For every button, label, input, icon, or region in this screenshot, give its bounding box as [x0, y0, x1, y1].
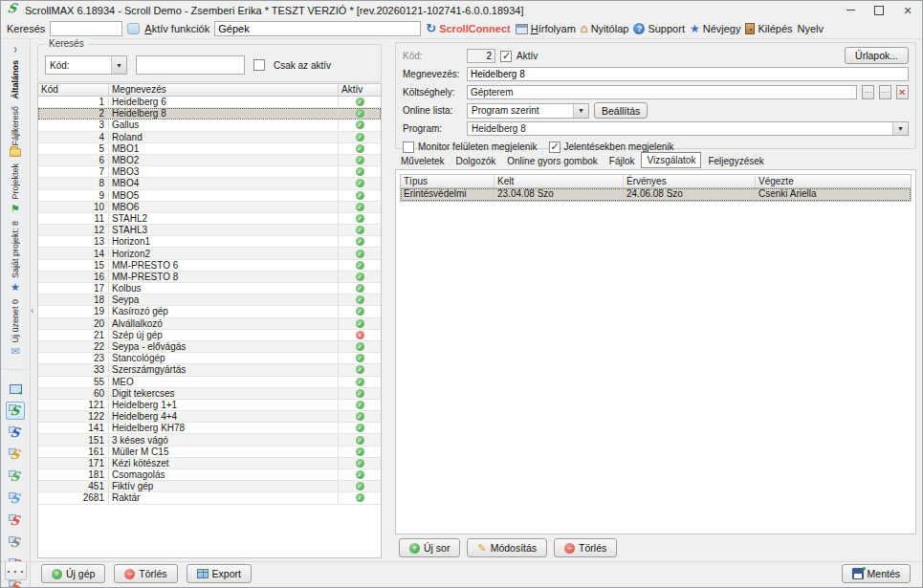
sidebar-item-altalanos[interactable]: Általános — [10, 60, 21, 99]
new-machine-button[interactable]: + Új gép — [41, 564, 105, 583]
machine-row[interactable]: 11STAHL2✓ — [38, 213, 381, 225]
only-active-checkbox[interactable] — [253, 59, 265, 71]
about-button[interactable]: ★ Névjegy — [690, 23, 741, 34]
chevron-down-icon[interactable]: ▼ — [892, 122, 908, 135]
sidebar-item-uj-uzenet-0[interactable]: Új üzenet 0✉ — [10, 299, 21, 358]
costcenter-browse2-icon[interactable]: ··· — [879, 85, 891, 99]
forms-button[interactable]: Űrlapok... — [845, 47, 909, 64]
panel-collapse-icon[interactable]: ‹ — [31, 305, 33, 316]
language-button[interactable]: Nyelv — [798, 23, 824, 34]
scroll-module-yellow-icon[interactable]: S — [6, 446, 25, 464]
monitor-checkbox[interactable] — [403, 142, 414, 153]
chevron-down-icon[interactable]: ▼ — [111, 56, 126, 74]
online-list-combo[interactable]: Program szerint ▼ — [467, 103, 589, 119]
delete-machine-button[interactable]: − Törlés — [114, 564, 177, 583]
machine-row[interactable]: 10MBO6✓ — [38, 202, 381, 213]
machine-row[interactable]: 14Horizon2✓ — [38, 248, 381, 259]
column-header-date[interactable]: Kelt — [494, 175, 624, 187]
maximize-icon[interactable] — [865, 1, 893, 19]
machine-row[interactable]: 7MBO3✓ — [38, 166, 381, 178]
column-header-valid[interactable]: Érvényes — [624, 175, 756, 187]
program-combo[interactable]: Heidelberg 8 ▼ — [467, 121, 909, 136]
tab-feljegyzesek[interactable]: Feljegyzések — [703, 154, 768, 168]
scroll-module-blue-icon[interactable]: S — [6, 424, 25, 442]
newsfeed-button[interactable]: Hírfolyam — [516, 23, 576, 34]
machine-row[interactable]: 121Heidelberg 1+1✓ — [38, 400, 381, 411]
machine-row[interactable]: 20Alvállalkozó✓ — [38, 318, 381, 330]
machine-row[interactable]: 161Müller M C15✓ — [38, 446, 381, 458]
active-checkbox[interactable] — [500, 51, 512, 62]
machine-row[interactable]: 21Szép új gép× — [38, 330, 381, 341]
machine-row[interactable]: 2681Raktár✓ — [38, 492, 381, 504]
machine-row[interactable]: 13Horizon1✓ — [38, 236, 381, 248]
toolbar-search-input[interactable] — [50, 21, 122, 36]
reports-checkbox[interactable] — [549, 142, 560, 153]
machine-row[interactable]: 23Stancológép✓ — [38, 353, 381, 364]
scroll-module-green-icon[interactable]: S — [6, 402, 25, 420]
sidebar-item-sajat-projekt-8[interactable]: Saját projekt: 8★ — [10, 221, 21, 293]
tab-dolgozok[interactable]: Dolgozók — [451, 154, 501, 168]
scroll-module-red-icon[interactable]: S — [6, 512, 25, 530]
filter-field-combo[interactable]: Kód: ▼ — [45, 55, 127, 75]
machine-row[interactable]: 17Kolbus✓ — [38, 283, 381, 294]
machine-row[interactable]: 15MM-PRESTO 6✓ — [38, 260, 381, 272]
machine-row[interactable]: 122Heidelberg 4+4✓ — [38, 411, 381, 423]
scroll-module-green2-icon[interactable]: S — [6, 468, 25, 486]
close-icon[interactable] — [893, 1, 922, 19]
column-header-type[interactable]: Típus — [401, 175, 494, 187]
machine-row[interactable]: 3Gallus✓ — [38, 120, 381, 131]
save-button[interactable]: Mentés — [842, 564, 911, 583]
column-header-active[interactable]: Aktív — [339, 84, 381, 96]
support-button[interactable]: ? Support — [633, 23, 685, 34]
inspection-row[interactable]: Érintésvédelmi23.04.08 Szo24.06.08 SzoCs… — [401, 188, 911, 201]
machine-row[interactable]: 60Digit tekercses✓ — [38, 388, 381, 400]
sidebar-expand-icon[interactable]: › — [13, 41, 17, 56]
machine-row[interactable]: 22Seypa - elővágás✓ — [38, 341, 381, 353]
machine-row[interactable]: 141Heidelberg KH78✓ — [38, 423, 381, 434]
machine-row[interactable]: 5MBO1✓ — [38, 143, 381, 155]
machine-row[interactable]: 6MBO2✓ — [38, 155, 381, 166]
costcenter-clear-icon[interactable]: ✕ — [896, 85, 909, 99]
tab-muveletek[interactable]: Műveletek — [396, 154, 450, 168]
home-button[interactable]: ⌂ Nyitólap — [581, 23, 629, 34]
minimize-icon[interactable] — [836, 1, 865, 19]
machine-row[interactable]: 33Szerszámgyártás✓ — [38, 364, 381, 376]
tab-fajlok[interactable]: Fájlok — [604, 154, 640, 168]
scroll-module-lightblue-icon[interactable]: S — [6, 490, 25, 508]
scrollconnect-button[interactable]: ↻ ScrollConnect — [426, 23, 510, 34]
modify-button[interactable]: ✎ Módosítás — [467, 538, 547, 557]
machine-row[interactable]: 16MM-PRESTO 8✓ — [38, 272, 381, 283]
costcenter-browse-icon[interactable]: ··· — [862, 85, 874, 99]
machine-row[interactable]: 1513 késes vágó✓ — [38, 434, 381, 446]
column-header-code[interactable]: Kód — [38, 84, 109, 96]
new-row-button[interactable]: + Új sor — [399, 538, 460, 557]
machine-row[interactable]: 171Kézi kötészet✓ — [38, 458, 381, 469]
export-button[interactable]: Export — [187, 564, 252, 583]
name-input[interactable] — [467, 67, 909, 81]
machine-row[interactable]: 55MEO✓ — [38, 377, 381, 388]
machine-row[interactable]: 19Kasírozó gép✓ — [38, 306, 381, 317]
sidebar-item-fajlkereso[interactable]: Fájlkereső — [10, 106, 21, 158]
machine-row[interactable]: 1Heidelberg 6✓ — [38, 97, 381, 108]
scroll-module-gray-icon[interactable]: S — [6, 534, 25, 552]
delete-row-button[interactable]: − Törlés — [554, 538, 617, 557]
machine-row[interactable]: 451Fiktív gép✓ — [38, 481, 381, 492]
tab-vizsgalatok[interactable]: Vizsgálatok — [641, 152, 701, 168]
machine-row[interactable]: 4Roland✓ — [38, 132, 381, 143]
column-header-name[interactable]: Megnevezés — [109, 84, 339, 96]
machine-row[interactable]: 8MBO4✓ — [38, 178, 381, 189]
filter-text-input[interactable] — [136, 55, 245, 75]
machine-row[interactable]: 2Heidelberg 8✓ — [38, 108, 381, 120]
active-functions-input[interactable] — [214, 21, 421, 36]
settings-button[interactable]: Beállítás — [594, 102, 648, 119]
user-monitor-icon[interactable] — [6, 380, 25, 398]
code-input[interactable] — [467, 49, 495, 63]
sidebar-more-button[interactable]: • • • — [5, 561, 27, 580]
machine-row[interactable]: 9MBO5✓ — [38, 190, 381, 202]
machine-row[interactable]: 181Csomagolás✓ — [38, 469, 381, 481]
costcenter-field[interactable]: Gépterem — [467, 85, 857, 99]
tab-online-gyors-gombok[interactable]: Online gyors gombok — [502, 154, 603, 168]
machine-row[interactable]: 12STAHL3✓ — [38, 225, 381, 236]
machine-row[interactable]: 18Seypa✓ — [38, 294, 381, 306]
sidebar-item-projektek[interactable]: Projektek⚑ — [10, 163, 21, 214]
